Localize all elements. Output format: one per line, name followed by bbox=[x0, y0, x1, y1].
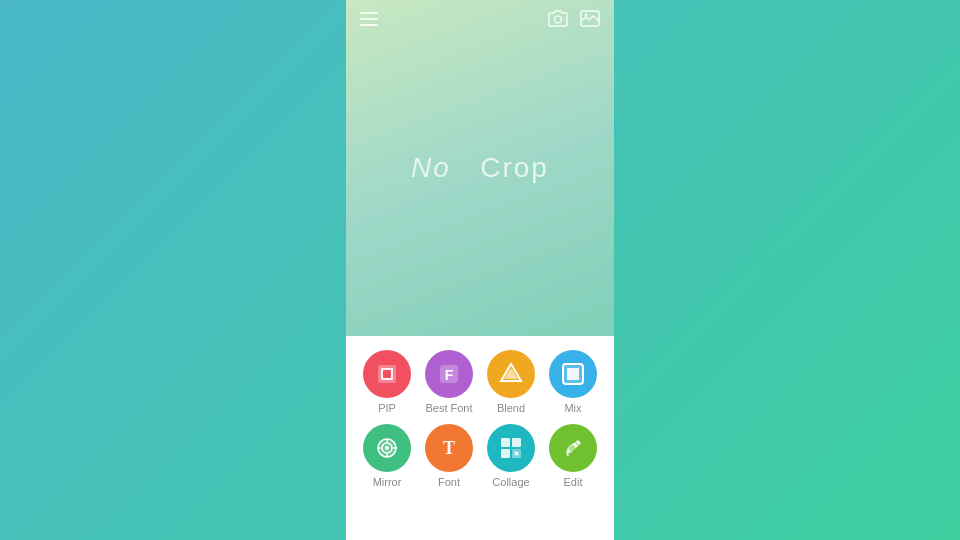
collage-tool[interactable]: Collage bbox=[483, 424, 539, 488]
gallery-icon[interactable] bbox=[580, 10, 600, 32]
blend-icon bbox=[487, 350, 535, 398]
pip-icon bbox=[363, 350, 411, 398]
canvas-area[interactable]: No Crop bbox=[346, 0, 614, 336]
top-bar-icons bbox=[548, 10, 600, 32]
top-bar bbox=[346, 0, 614, 42]
collage-label: Collage bbox=[492, 476, 529, 488]
svg-rect-2 bbox=[360, 24, 378, 26]
mix-tool[interactable]: Mix bbox=[545, 350, 601, 414]
toolbar-area: PIP F Best Font Blend bbox=[346, 336, 614, 540]
tool-row-1: PIP F Best Font Blend bbox=[356, 350, 604, 414]
mirror-label: Mirror bbox=[373, 476, 402, 488]
edit-icon bbox=[549, 424, 597, 472]
svg-rect-24 bbox=[512, 438, 521, 447]
svg-rect-14 bbox=[567, 368, 579, 380]
svg-rect-25 bbox=[501, 449, 510, 458]
phone-container: No Crop PIP bbox=[346, 0, 614, 540]
svg-text:T: T bbox=[443, 438, 455, 458]
svg-rect-23 bbox=[501, 438, 510, 447]
app-title: No Crop bbox=[411, 152, 549, 184]
bestfont-label: Best Font bbox=[425, 402, 472, 414]
svg-point-3 bbox=[555, 16, 562, 23]
bestfont-icon: F bbox=[425, 350, 473, 398]
menu-icon[interactable] bbox=[360, 12, 378, 30]
blend-label: Blend bbox=[497, 402, 525, 414]
edit-label: Edit bbox=[564, 476, 583, 488]
svg-point-17 bbox=[385, 446, 389, 450]
pip-tool[interactable]: PIP bbox=[359, 350, 415, 414]
pip-label: PIP bbox=[378, 402, 396, 414]
mix-icon bbox=[549, 350, 597, 398]
mirror-icon bbox=[363, 424, 411, 472]
camera-icon[interactable] bbox=[548, 10, 568, 32]
mix-label: Mix bbox=[564, 402, 581, 414]
svg-rect-8 bbox=[383, 370, 391, 378]
edit-tool[interactable]: Edit bbox=[545, 424, 601, 488]
tool-row-2: Mirror T Font bbox=[356, 424, 604, 488]
blend-tool[interactable]: Blend bbox=[483, 350, 539, 414]
mirror-tool[interactable]: Mirror bbox=[359, 424, 415, 488]
svg-text:F: F bbox=[445, 367, 454, 383]
bestfont-tool[interactable]: F Best Font bbox=[421, 350, 477, 414]
font-icon: T bbox=[425, 424, 473, 472]
svg-rect-0 bbox=[360, 12, 378, 14]
collage-icon bbox=[487, 424, 535, 472]
font-tool[interactable]: T Font bbox=[421, 424, 477, 488]
svg-point-5 bbox=[585, 14, 588, 17]
svg-rect-1 bbox=[360, 18, 378, 20]
font-label: Font bbox=[438, 476, 460, 488]
